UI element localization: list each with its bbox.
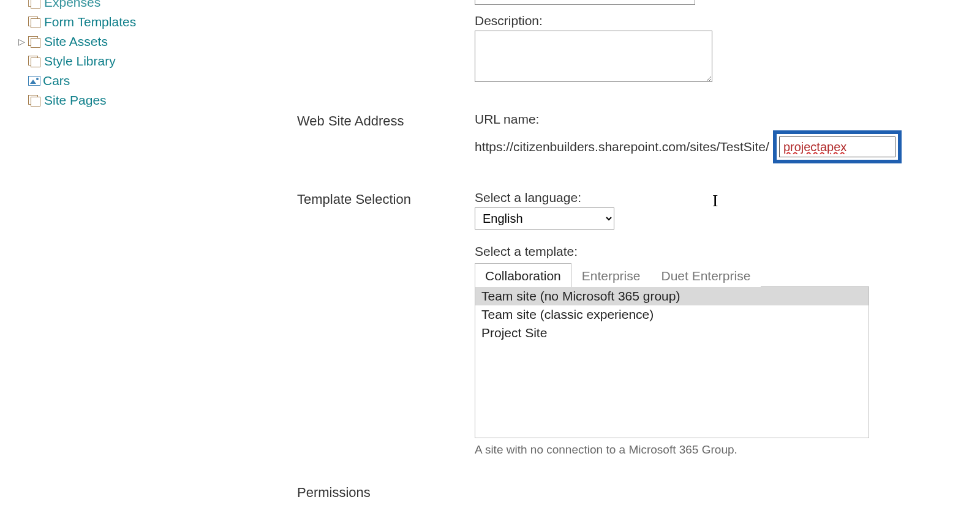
template-tab-enterprise[interactable]: Enterprise (571, 263, 651, 287)
web-site-address-heading: Web Site Address (297, 112, 475, 129)
document-library-icon (28, 95, 42, 106)
nav-item-style-library[interactable]: ▷Style Library (17, 51, 238, 71)
title-input[interactable] (475, 0, 695, 5)
nav-item-site-pages[interactable]: ▷Site Pages (17, 91, 238, 110)
select-language-label: Select a language: (475, 190, 956, 205)
select-template-label: Select a template: (475, 244, 956, 259)
left-nav-tree: ▷Expenses▷Form Templates▷Site Assets▷Sty… (17, 0, 238, 110)
permissions-heading: Permissions (297, 484, 475, 501)
template-listbox[interactable]: Team site (no Microsoft 365 group)Team s… (475, 286, 869, 438)
new-subsite-form: Description: Web Site Address URL name: … (297, 0, 956, 501)
expand-caret-icon[interactable]: ▷ (17, 37, 26, 47)
template-tab-duet-enterprise[interactable]: Duet Enterprise (650, 263, 761, 287)
nav-item-form-templates[interactable]: ▷Form Templates (17, 12, 238, 32)
template-description-text: A site with no connection to a Microsoft… (475, 443, 956, 457)
nav-item-cars[interactable]: ▷Cars (17, 71, 238, 91)
nav-item-expenses[interactable]: ▷Expenses (17, 0, 238, 12)
url-prefix-text: https://citizenbuilders.sharepoint.com/s… (475, 140, 769, 154)
template-option[interactable]: Team site (classic experience) (475, 305, 869, 324)
template-tab-collaboration[interactable]: Collaboration (475, 263, 571, 287)
nav-item-label: Site Pages (44, 93, 107, 108)
nav-item-label: Cars (43, 73, 70, 88)
url-input-highlight (773, 130, 902, 163)
description-textarea[interactable] (475, 31, 712, 82)
url-name-label: URL name: (475, 112, 956, 127)
document-library-icon (28, 36, 42, 47)
template-selection-heading: Template Selection (297, 190, 475, 207)
nav-item-label: Expenses (44, 0, 100, 10)
nav-item-label: Style Library (44, 54, 116, 69)
picture-library-icon (28, 76, 40, 86)
title-description-heading (297, 0, 475, 1)
nav-item-label: Site Assets (44, 34, 108, 49)
document-library-icon (28, 56, 42, 67)
template-category-tabs: CollaborationEnterpriseDuet Enterprise (475, 263, 956, 286)
url-name-input[interactable] (779, 136, 895, 157)
nav-item-label: Form Templates (44, 15, 136, 29)
description-label: Description: (475, 13, 956, 28)
template-option[interactable]: Team site (no Microsoft 365 group) (475, 287, 869, 305)
document-library-icon (28, 17, 42, 28)
template-option[interactable]: Project Site (475, 324, 869, 342)
nav-item-site-assets[interactable]: ▷Site Assets (17, 32, 238, 51)
document-library-icon (28, 0, 42, 8)
language-select[interactable]: English (475, 207, 614, 230)
